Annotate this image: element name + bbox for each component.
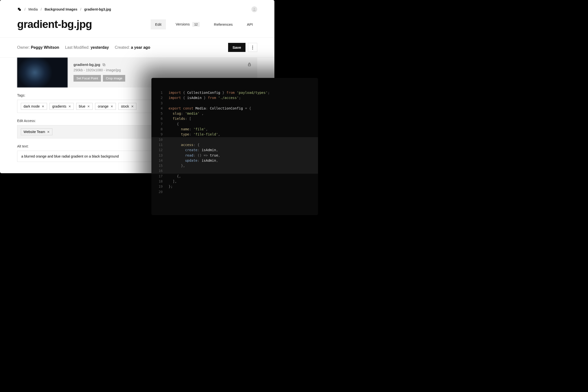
crumb-sep: / (41, 7, 42, 11)
modified-value: yesterday (91, 45, 109, 50)
svg-point-1 (252, 46, 253, 46)
line-number: 5 (152, 111, 168, 116)
breadcrumb-media[interactable]: Media (28, 7, 38, 11)
code-content: create: isAdmin, (168, 148, 218, 153)
tag-label: gradients (52, 104, 66, 108)
tag: orange✕ (95, 103, 116, 110)
code-line: 1import { CollectionConfig } from 'paylo… (152, 90, 318, 95)
file-name: gradient-bg.jpg (74, 62, 100, 67)
svg-rect-6 (248, 64, 250, 66)
line-number: 14 (152, 158, 168, 163)
code-line: 16 (152, 168, 318, 174)
code-content: access: { (168, 142, 200, 148)
tab-references[interactable]: References (210, 19, 237, 30)
code-content: ], (168, 179, 177, 184)
line-number: 20 (152, 190, 168, 194)
avatar[interactable] (251, 6, 257, 12)
owner-label: Owner: (17, 45, 30, 50)
created-label: Created: (115, 45, 130, 50)
set-focal-point-button[interactable]: Set Focal Point (74, 75, 101, 82)
line-number: 11 (152, 142, 168, 148)
tab-versions[interactable]: Versions 12 (171, 19, 204, 30)
meta-row: Owner: Peggy Whitson Last Modified: yest… (0, 38, 274, 57)
code-line: 14 update: isAdmin, (152, 158, 318, 163)
modified-meta: Last Modified: yesterday (65, 45, 109, 50)
tag-label: stock (121, 104, 129, 108)
code-line: 17 {, (152, 174, 318, 179)
tag: blue✕ (76, 103, 92, 110)
line-number: 18 (152, 179, 168, 184)
code-line: 11 access: { (152, 142, 318, 148)
tab-edit[interactable]: Edit (151, 19, 166, 30)
code-content: }, (168, 163, 185, 168)
modified-label: Last Modified: (65, 45, 90, 50)
lock-icon (248, 62, 251, 66)
svg-point-0 (254, 8, 255, 9)
code-content: export const Media: CollectionConfig = { (168, 106, 251, 111)
code-content: { (168, 122, 179, 127)
code-line: 10 (152, 137, 318, 142)
title-row: gradient-bg.jpg Edit Versions 12 Referen… (0, 12, 274, 37)
code-content: }; (168, 184, 173, 189)
code-content: update: isAdmin, (168, 158, 218, 163)
code-content: fields: [ (168, 116, 191, 121)
code-body: 1import { CollectionConfig } from 'paylo… (152, 90, 318, 194)
code-line: 3 (152, 101, 318, 106)
line-number: 4 (152, 106, 168, 111)
tag-remove-icon[interactable]: ✕ (68, 104, 71, 108)
tag-label: Website Team (24, 130, 45, 134)
tag-remove-icon[interactable]: ✕ (87, 104, 90, 108)
file-thumbnail[interactable] (17, 58, 68, 88)
code-line: 19}; (152, 184, 318, 189)
line-number: 9 (152, 132, 168, 137)
code-content: slug: 'media' , (168, 111, 204, 116)
line-number: 7 (152, 122, 168, 127)
copy-icon[interactable] (102, 63, 106, 66)
save-button[interactable]: Save (228, 43, 246, 52)
breadcrumb-current: gradient-bg3.jpg (84, 7, 111, 11)
code-line: 7 { (152, 122, 318, 127)
tag-label: orange (98, 104, 108, 108)
code-content: read: () => true, (168, 153, 220, 158)
tag-label: dark mode (24, 104, 40, 108)
line-number: 6 (152, 116, 168, 121)
created-meta: Created: a year ago (115, 45, 150, 50)
code-line: 18 ], (152, 179, 318, 184)
line-number: 15 (152, 163, 168, 168)
code-content: type: 'file-field', (168, 132, 220, 137)
tabs: Edit Versions 12 References API (151, 19, 257, 30)
code-line: 8 name: 'file', (152, 127, 318, 132)
svg-point-3 (252, 48, 253, 49)
more-actions-button[interactable] (248, 43, 257, 52)
code-content: import { isAdmin } from './access'; (168, 95, 241, 100)
code-line: 4export const Media: CollectionConfig = … (152, 106, 318, 111)
owner-meta: Owner: Peggy Whitson (17, 45, 59, 50)
tag-remove-icon[interactable]: ✕ (110, 104, 113, 108)
code-line: 2import { isAdmin } from './access'; (152, 95, 318, 100)
file-name-row: gradient-bg.jpg (74, 62, 251, 67)
crop-image-button[interactable]: Crop image (103, 75, 125, 82)
code-panel: 1import { CollectionConfig } from 'paylo… (152, 78, 318, 215)
line-number: 10 (152, 137, 168, 142)
access-tag: Website Team✕ (21, 128, 52, 135)
line-number: 1 (152, 90, 168, 95)
line-number: 8 (152, 127, 168, 132)
code-line: 5 slug: 'media' , (152, 111, 318, 116)
svg-point-2 (252, 47, 253, 48)
line-number: 13 (152, 153, 168, 158)
code-line: 9 type: 'file-field', (152, 132, 318, 137)
owner-value: Peggy Whitson (31, 45, 59, 50)
tab-api[interactable]: API (242, 19, 257, 30)
tag: gradients✕ (50, 103, 74, 110)
tag-remove-icon[interactable]: ✕ (42, 104, 44, 108)
breadcrumb-bg-images[interactable]: Background Images (44, 7, 78, 11)
line-number: 12 (152, 148, 168, 153)
line-number: 17 (152, 174, 168, 179)
crumb-sep: / (24, 7, 26, 11)
crumb-sep: / (80, 7, 81, 11)
logo-icon[interactable] (17, 7, 22, 12)
tag-remove-icon[interactable]: ✕ (131, 104, 134, 108)
tag-label: blue (79, 104, 85, 108)
code-line: 6 fields: [ (152, 116, 318, 121)
tag-remove-icon[interactable]: ✕ (47, 130, 50, 134)
